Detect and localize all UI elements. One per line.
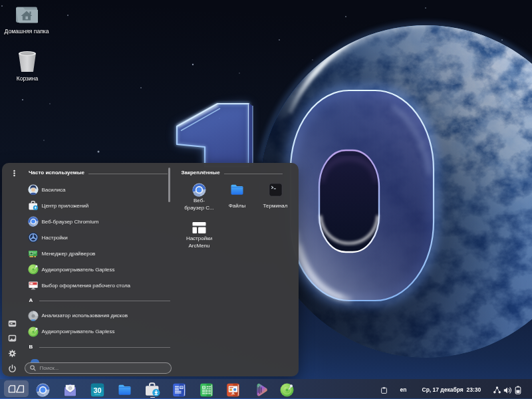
svg-text:30: 30 xyxy=(93,386,101,394)
